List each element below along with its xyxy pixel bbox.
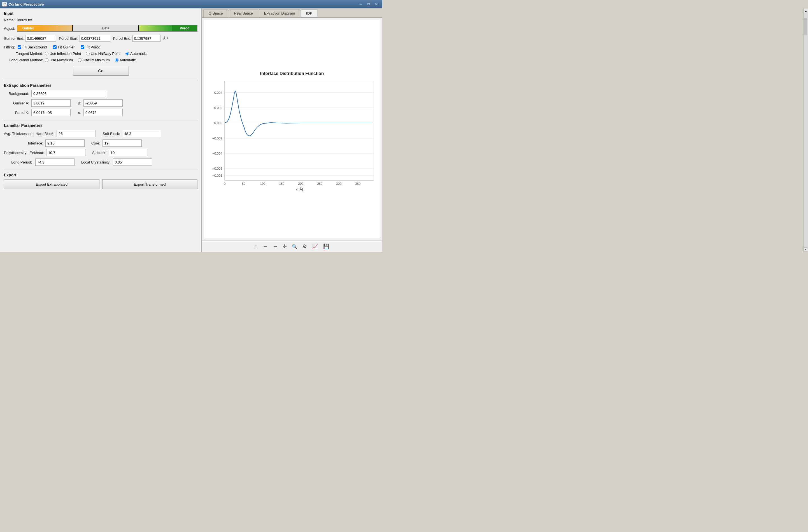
guinier-a-label: Guinier A: — [4, 101, 29, 105]
svg-text:−0.004: −0.004 — [212, 152, 222, 155]
title-bar: C Corfunc Perspective ─ □ ✕ — [0, 0, 382, 8]
use-inflection-radio[interactable] — [45, 52, 49, 55]
zoom-icon[interactable]: 🔍 — [290, 243, 299, 250]
tangent-method-label: Tangent Method: — [4, 52, 43, 56]
tab-extraction-diagram[interactable]: Extraction Diagram — [259, 10, 300, 17]
use-halfway-label: Use Halfway Point — [91, 52, 121, 56]
eekhaut-input[interactable] — [46, 149, 86, 156]
guinier-end-label: Guinier End: — [4, 36, 24, 41]
svg-text:0.002: 0.002 — [214, 106, 222, 109]
export-extrapolated-button[interactable]: Export Extrapolated — [4, 180, 99, 189]
adjust-bar[interactable]: Guinier Data Porod — [17, 25, 198, 32]
guinier-end-input[interactable] — [25, 35, 56, 42]
tab-real-space[interactable]: Real Space — [229, 10, 258, 17]
hard-block-input[interactable] — [57, 130, 96, 137]
porod-start-input[interactable] — [79, 35, 110, 42]
tab-q-space[interactable]: Q Space — [203, 10, 228, 17]
interface-input[interactable] — [45, 140, 85, 147]
adjust-row: Adjust: Guinier Data Porod — [4, 25, 198, 32]
long-period-value-row: Long Period: Local Crystallinity: — [4, 159, 198, 166]
fit-guinier-label: Fit Guinier — [58, 45, 74, 49]
go-button[interactable]: Go — [73, 66, 129, 76]
fitting-row: Fitting: Fit Background Fit Guinier Fit … — [4, 45, 198, 49]
porod-start-group: Porod Start: — [59, 35, 110, 42]
svg-text:0.004: 0.004 — [214, 91, 222, 94]
guinier-segment[interactable]: Guinier — [17, 25, 39, 31]
name-row: Name: 98929.txt — [4, 18, 198, 22]
svg-text:350: 350 — [355, 182, 361, 185]
x-axis-label: Z [Å] — [295, 187, 303, 191]
svg-text:−0.002: −0.002 — [212, 136, 222, 140]
maximize-button[interactable]: □ — [365, 1, 372, 7]
use-maximum-radio[interactable] — [45, 58, 49, 62]
long-period-automatic-radio[interactable] — [115, 58, 118, 62]
go-row: Go — [4, 66, 198, 76]
divider3 — [4, 170, 198, 170]
local-crystallinity-input[interactable] — [113, 159, 152, 166]
data-segment[interactable]: Data — [73, 25, 139, 31]
export-section: Export Export Extrapolated Export Transf… — [4, 173, 198, 189]
fitting-label: Fitting: — [4, 45, 15, 49]
background-row: Background: — [4, 90, 198, 97]
hard-block-label: Hard Block: — [36, 132, 54, 136]
fit-porod-group: Fit Porod — [81, 45, 100, 49]
tab-idf[interactable]: IDF — [301, 10, 317, 17]
long-period-value-input[interactable] — [35, 159, 74, 166]
avg-thickness-label: Avg. Thicknesses: — [4, 132, 33, 136]
lamellar-title: Lamellar Parameters — [4, 123, 198, 128]
sigma-input[interactable] — [84, 109, 123, 116]
settings-icon[interactable]: ⚙ — [301, 242, 308, 250]
core-label: Core: — [91, 141, 100, 145]
left-scroll-area[interactable]: Input Name: 98929.txt Adjust: Guinier Da… — [0, 8, 201, 252]
guinier-end-group: Guinier End: — [4, 35, 56, 42]
porod-end-label: Porod End: — [113, 36, 131, 41]
core-input[interactable] — [103, 140, 142, 147]
use-maximum-label: Use Maximum — [50, 58, 73, 62]
background-input[interactable] — [31, 90, 107, 97]
porod-start-label: Porod Start: — [59, 36, 78, 41]
fit-guinier-checkbox[interactable] — [53, 45, 57, 49]
stribeck-label: Stribeck: — [92, 151, 106, 155]
save-icon[interactable]: 💾 — [322, 242, 331, 250]
sigma-label: σ: — [73, 111, 81, 115]
chart-area: Interface Distribution Function 0.004 — [204, 20, 380, 238]
use-halfway-group: Use Halfway Point — [86, 52, 121, 56]
minimize-button[interactable]: ─ — [357, 1, 364, 7]
porod-end-input[interactable] — [132, 35, 161, 42]
home-icon[interactable]: ⌂ — [253, 243, 259, 250]
main-container: Input Name: 98929.txt Adjust: Guinier Da… — [0, 8, 382, 252]
interface-row: Interface: Core: — [4, 140, 198, 147]
window-title: Corfunc Perspective — [8, 2, 44, 6]
line-icon[interactable]: 📈 — [311, 242, 319, 250]
forward-icon[interactable]: → — [271, 243, 279, 250]
fit-background-checkbox[interactable] — [18, 45, 21, 49]
fit-porod-checkbox[interactable] — [81, 45, 84, 49]
pan-icon[interactable]: ✛ — [281, 242, 288, 250]
avg-thickness-row: Avg. Thicknesses: Hard Block: Soft Block… — [4, 130, 198, 137]
green-fade-segment[interactable] — [139, 25, 172, 31]
soft-block-input[interactable] — [122, 130, 161, 137]
export-transformed-button[interactable]: Export Transformed — [102, 180, 198, 189]
long-period-row: Long Period Method: Use Maximum Use 2x M… — [4, 58, 198, 62]
porod-segment[interactable]: Porod — [172, 25, 197, 31]
porod-k-label: Porod K: — [4, 111, 29, 115]
close-button[interactable]: ✕ — [373, 1, 380, 7]
tangent-automatic-radio[interactable] — [126, 52, 129, 55]
svg-rect-24 — [225, 81, 374, 180]
idf-curve — [225, 91, 372, 136]
background-label: Background: — [4, 92, 29, 96]
extrap-title: Extrapolation Parameters — [4, 83, 198, 88]
back-icon[interactable]: ← — [261, 243, 269, 250]
long-period-method-label: Long Period Method: — [4, 58, 43, 62]
guinier-b-input[interactable] — [84, 99, 123, 107]
orange-fade-segment[interactable] — [39, 25, 72, 31]
use-2x-minimum-radio[interactable] — [78, 58, 81, 62]
use-halfway-radio[interactable] — [86, 52, 90, 55]
chart-toolbar: ⌂ ← → ✛ 🔍 ⚙ 📈 💾 — [202, 240, 382, 252]
stribeck-input[interactable] — [109, 149, 148, 156]
guinier-a-input[interactable] — [31, 99, 71, 107]
long-period-automatic-group: Automatic — [115, 58, 136, 62]
tab-bar: Q Space Real Space Extraction Diagram ID… — [202, 8, 382, 18]
fit-background-label: Fit Background — [22, 45, 47, 49]
porod-k-input[interactable] — [31, 109, 71, 116]
